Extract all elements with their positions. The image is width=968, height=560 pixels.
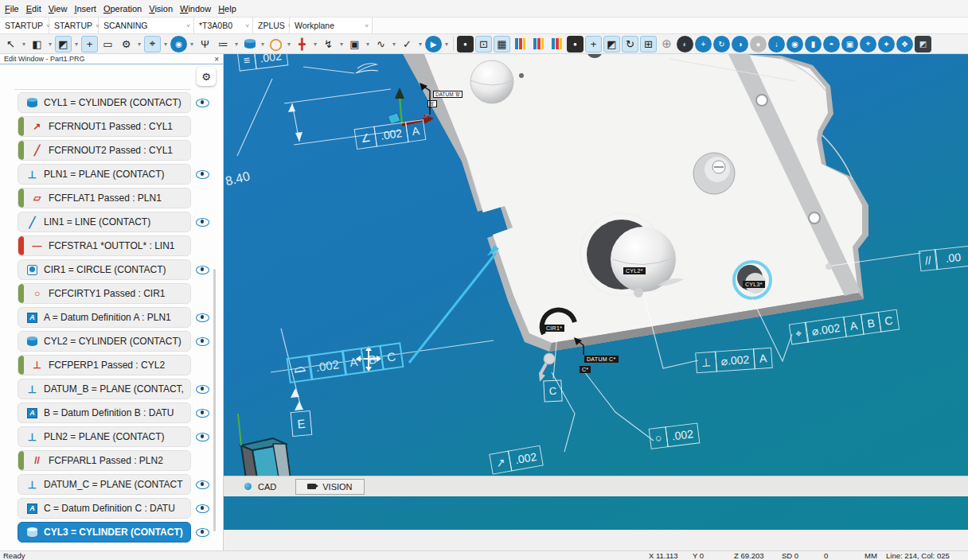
feature-item[interactable]: CYL1 = CYLINDER (CONTACT) <box>18 92 191 113</box>
half-sphere-icon[interactable]: ◑ <box>732 36 748 52</box>
probe-point-icon[interactable]: ⌖ <box>860 36 876 52</box>
branch-icon[interactable]: Ψ <box>197 36 213 52</box>
dark-cube-icon[interactable]: ◩ <box>915 36 931 52</box>
chevron-down-icon[interactable]: ▾ <box>365 41 371 48</box>
workplane-combo[interactable]: Workplane˅ <box>290 18 373 33</box>
cad-viewport[interactable]: ≡ .002 ∠ .002 A .002 A B C ↗ .002 ○ .002… <box>224 54 968 530</box>
menu-view[interactable]: View <box>49 4 68 14</box>
cyl3-feature-highlighted[interactable] <box>734 262 771 298</box>
probe-mode-icon[interactable]: ⌖ <box>144 36 161 52</box>
visibility-eye-icon[interactable] <box>196 337 209 346</box>
menu-help[interactable]: Help <box>218 4 236 14</box>
gray-sphere-icon[interactable]: ● <box>750 36 767 52</box>
feature-item[interactable]: ⊥DATUM_B = PLANE (CONTACT, <box>18 379 191 399</box>
gear-icon[interactable]: ⚙ <box>197 67 216 86</box>
chevron-down-icon[interactable]: ▾ <box>21 41 27 48</box>
menu-operation[interactable]: Operation <box>103 4 142 14</box>
datum-b-letter-flag[interactable]: B' <box>427 100 437 107</box>
tip-combo[interactable]: ZPLUS˅ <box>253 18 290 33</box>
feature-item[interactable]: CIR1 = CIRCLE (CONTACT) <box>18 259 191 280</box>
close-icon[interactable]: × <box>214 56 219 63</box>
camera-icon[interactable]: ● <box>457 36 474 52</box>
feature-item[interactable]: ╱LIN1 = LINE (CONTACT) <box>18 212 191 232</box>
visibility-eye-icon[interactable] <box>196 218 209 227</box>
chevron-down-icon[interactable]: ▾ <box>47 41 53 48</box>
fit-window-icon[interactable]: ⊞ <box>640 36 657 52</box>
visibility-eye-icon[interactable] <box>196 170 209 179</box>
zoom-plus-icon[interactable]: + <box>695 36 712 52</box>
path-icon[interactable]: ∿ <box>373 36 389 52</box>
probe-toggle-icon[interactable]: ◉ <box>170 36 187 52</box>
cir1-tag[interactable]: CIR1* <box>544 325 564 332</box>
feature-item[interactable]: ⊥FCFPERP1 Passed : CYL2 <box>18 355 191 375</box>
curve-icon[interactable]: ↯ <box>320 36 337 52</box>
chevron-down-icon[interactable]: ▾ <box>260 41 266 48</box>
chevron-down-icon[interactable]: ▾ <box>189 41 195 48</box>
visibility-eye-icon[interactable] <box>196 528 209 537</box>
cyl3-tag[interactable]: CYL3* <box>743 281 765 288</box>
cube-view-icon[interactable]: ◩ <box>603 36 620 52</box>
histogram-icon[interactable] <box>512 36 529 52</box>
startup-combo-1[interactable]: STARTUP˅ <box>0 18 49 33</box>
chevron-down-icon[interactable]: ▾ <box>312 41 318 48</box>
probe-sphere-icon[interactable]: ◉ <box>786 36 803 52</box>
cyl2-tag[interactable]: CYL2* <box>623 267 646 274</box>
visibility-eye-icon[interactable] <box>196 409 209 418</box>
datum-c-tag[interactable]: DATUM C* <box>584 356 619 363</box>
feature-item-selected[interactable]: CYL3 = CYLINDER (CONTACT) <box>18 522 191 542</box>
probe-build-icon[interactable]: ❖ <box>896 36 913 52</box>
chevron-down-icon[interactable]: ▾ <box>443 41 450 48</box>
feature-item[interactable]: AB = Datum Definition B : DATU <box>18 402 191 423</box>
visibility-eye-icon[interactable] <box>196 433 209 441</box>
visibility-eye-icon[interactable] <box>196 504 209 513</box>
chevron-down-icon[interactable]: ▾ <box>391 41 397 48</box>
menu-vision[interactable]: Vision <box>149 4 173 14</box>
pan-view-icon[interactable]: + <box>81 36 98 52</box>
probe-small-icon[interactable]: ✦ <box>878 36 895 52</box>
feature-item[interactable]: ↗FCFRNOUT1 Passed : CYL1 <box>18 116 191 137</box>
visibility-eye-icon[interactable] <box>196 313 209 322</box>
select-tool-icon[interactable]: ↖ <box>2 36 19 52</box>
camera-label-icon[interactable]: ⊡ <box>475 36 492 52</box>
alignment-cross-icon[interactable]: ╋ <box>294 36 310 52</box>
chevron-down-icon[interactable]: ▾ <box>417 41 424 48</box>
globe-icon[interactable]: ⊕ <box>658 36 675 52</box>
menu-file[interactable]: File <box>5 4 19 14</box>
comment-icon[interactable]: ▭ <box>100 36 116 52</box>
startup-combo-2[interactable]: STARTUP˅ <box>49 18 99 33</box>
chevron-down-icon[interactable]: ▾ <box>286 41 292 48</box>
image-view-icon[interactable]: ▦ <box>494 36 510 52</box>
feature-item[interactable]: ╱FCFRNOUT2 Passed : CYL1 <box>18 140 191 161</box>
feature-item[interactable]: CYL2 = CYLINDER (CONTACT) <box>18 331 191 352</box>
cylinder-feature-icon[interactable] <box>241 36 258 52</box>
pan-icon[interactable]: + <box>585 36 602 52</box>
chevron-down-icon[interactable]: ▾ <box>73 41 80 48</box>
visibility-eye-icon[interactable] <box>196 266 209 274</box>
shaded-view-icon[interactable]: ◩ <box>55 36 72 52</box>
dome-icon[interactable]: ◓ <box>823 36 840 52</box>
scanning-combo[interactable]: SCANNING˅ <box>99 18 194 33</box>
feature-item[interactable]: //FCFPARL1 Passed : PLN2 <box>18 450 191 471</box>
menu-window[interactable]: Window <box>180 4 211 14</box>
chevron-down-icon[interactable]: ▾ <box>136 41 142 48</box>
probe-combo[interactable]: *T3A0B0˅ <box>194 18 253 33</box>
circle-feature-icon[interactable]: ◯ <box>267 36 284 52</box>
datum-c-letter-tag[interactable]: C* <box>580 366 591 373</box>
settings-gears-icon[interactable]: ⚙ <box>118 36 135 52</box>
scrollbar[interactable] <box>213 269 216 531</box>
histogram-copy-icon[interactable] <box>530 36 547 52</box>
datum-box-e[interactable]: E <box>291 410 313 437</box>
program-list-icon[interactable]: ≔ <box>215 36 232 52</box>
feature-item[interactable]: ⊥PLN1 = PLANE (CONTACT) <box>18 164 191 185</box>
chevron-down-icon[interactable]: ▾ <box>233 41 240 48</box>
rotate-view-icon[interactable]: ↻ <box>713 36 730 52</box>
view-setup-icon[interactable]: ◧ <box>29 36 45 52</box>
snapshot-icon[interactable]: ● <box>567 36 584 52</box>
drop-icon[interactable]: ↓ <box>768 36 785 52</box>
visibility-eye-icon[interactable] <box>196 99 209 107</box>
feature-item[interactable]: AA = Datum Definition A : PLN1 <box>18 307 191 328</box>
tab-vision[interactable]: VISION <box>295 479 364 495</box>
visibility-eye-icon[interactable] <box>196 480 209 489</box>
datum-box-c[interactable]: C <box>543 379 562 402</box>
tab-cad[interactable]: CAD <box>233 480 287 494</box>
